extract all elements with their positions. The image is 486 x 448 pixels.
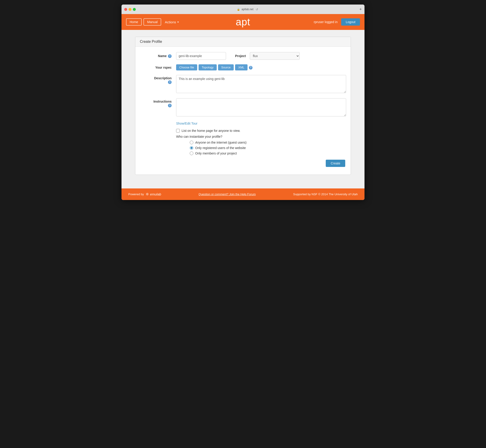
snowflake-icon: ❊ [146,192,149,196]
instructions-row: Instructions ? [140,98,346,117]
maximize-button[interactable] [133,8,136,11]
name-label: Name [158,54,167,58]
who-can-instantiate-label: Who can instantiate your profile? [176,135,346,138]
logout-button[interactable]: Logout [341,18,360,26]
radio-anyone[interactable] [190,141,193,144]
footer-center: Question or comment? Join the Help Forum [198,192,256,196]
rspec-label: Your rspec [140,64,176,69]
navbar: Home Manual Actions ▼ apt rpruser logged… [122,14,364,30]
name-input[interactable] [176,52,226,60]
footer: Powered by ❊ emulab Question or comment?… [122,188,364,200]
radio-members-option[interactable]: Only members of your project [190,152,346,155]
xml-button[interactable]: XML [235,64,247,71]
radio-registered-option[interactable]: Only registered users of the website [190,146,346,150]
browser-window: 🔒 aptlab.net ↺ + Home Manual Actions ▼ a… [122,5,364,200]
name-help-icon[interactable]: ? [168,54,172,58]
topology-button[interactable]: Topology [198,64,217,71]
refresh-button[interactable]: ↺ [256,8,258,11]
close-button[interactable] [124,8,127,11]
radio-registered[interactable] [190,146,193,150]
radio-members[interactable] [190,152,193,155]
actions-dropdown-button[interactable]: Actions ▼ [163,19,181,25]
instructions-control [176,98,346,117]
list-on-homepage-label: List on the home page for anyone to view… [181,129,240,133]
description-control: This is an example using geni-lib [176,75,346,94]
new-tab-button[interactable]: + [359,7,362,12]
footer-left: Powered by ❊ emulab [128,192,161,196]
radio-members-label: Only members of your project [195,152,237,155]
description-textarea[interactable]: This is an example using geni-lib [176,75,346,93]
description-label-group: Description ? [140,75,176,84]
radio-registered-label: Only registered users of the website [195,146,246,150]
choose-file-button[interactable]: Choose file [176,64,197,71]
create-profile-panel: Create Profile Name ? [135,37,351,175]
instructions-help-icon[interactable]: ? [168,104,172,107]
list-on-homepage-checkbox[interactable] [176,129,180,133]
lock-icon: 🔒 [237,8,240,11]
home-button[interactable]: Home [126,18,142,26]
radio-anyone-label: Anyone on the internet (guest users) [195,141,247,144]
title-bar: 🔒 aptlab.net ↺ + [122,5,364,14]
project-select[interactable]: flux [250,52,300,60]
instructions-textarea[interactable] [176,98,346,116]
brand-logo: apt [236,16,250,28]
actions-label: Actions [165,20,176,24]
emulab-name: emulab [150,192,161,196]
help-forum-link[interactable]: Question or comment? Join the Help Forum [198,192,256,196]
traffic-lights [124,8,136,11]
rspec-help-icon[interactable]: ? [249,66,253,70]
nav-left: Home Manual Actions ▼ [126,18,181,26]
main-content: Create Profile Name ? [122,30,364,188]
form-body: Name ? Project flux [135,47,351,175]
rspec-buttons: Choose file Topology Source XML ? [176,64,346,71]
radio-anyone-option[interactable]: Anyone on the internet (guest users) [190,141,346,144]
project-label: Project [235,54,248,58]
address-bar: 🔒 aptlab.net ↺ [138,8,357,11]
instructions-label-group: Instructions ? [140,98,176,107]
description-row: Description ? This is an example using g… [140,75,346,94]
powered-by-text: Powered by [128,192,144,196]
show-edit-tour-link[interactable]: Show/Edit Tour [176,122,346,125]
panel-header: Create Profile [135,37,351,47]
footer-right: Supported by NSF © 2014 The University o… [293,192,358,196]
panel-title: Create Profile [140,40,162,43]
rspec-row: Your rspec Choose file Topology Source X… [140,64,346,71]
description-label: Description [154,76,172,80]
manual-button[interactable]: Manual [143,18,161,26]
nav-right: rpruser logged in Logout [314,18,360,26]
chevron-down-icon: ▼ [177,21,179,23]
instructions-label: Instructions [153,100,172,103]
url-text: aptlab.net [241,8,253,11]
name-project-row: Name ? Project flux [140,52,346,60]
description-help-icon[interactable]: ? [168,80,172,84]
source-button[interactable]: Source [218,64,234,71]
minimize-button[interactable] [129,8,132,11]
rspec-controls: Choose file Topology Source XML ? [176,64,346,71]
logged-in-text: rpruser logged in [314,20,338,24]
emulab-logo: ❊ emulab [146,192,161,196]
radio-group: Anyone on the internet (guest users) Onl… [190,141,346,155]
create-btn-row: Create [140,160,346,167]
list-on-homepage-row: List on the home page for anyone to view… [176,129,346,133]
create-button[interactable]: Create [326,160,345,167]
